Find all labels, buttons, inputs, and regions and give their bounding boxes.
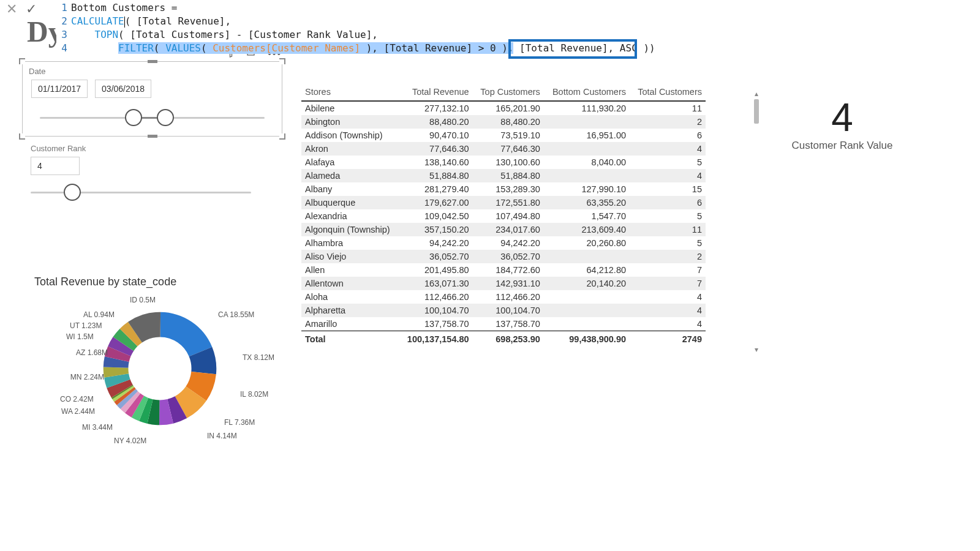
chart-label: WA 2.44M [61, 407, 95, 416]
table-row[interactable]: Allentown163,071.30142,931.1020,140.207 [301, 277, 706, 290]
chart-label: WI 1.5M [66, 332, 94, 341]
table-row[interactable]: Amarillo137,758.70137,758.704 [301, 317, 706, 331]
table-row[interactable]: Abilene277,132.10165,201.90111,930.2011 [301, 101, 706, 115]
table-row[interactable]: Aliso Viejo36,052.7036,052.702 [301, 250, 706, 263]
table-row[interactable]: Aloha112,466.20112,466.204 [301, 290, 706, 304]
col-total-revenue[interactable]: Total Revenue [399, 84, 473, 101]
line-gutter: 1 2 3 4 [56, 0, 67, 58]
stores-table-visual[interactable]: Stores Total Revenue Top Customers Botto… [301, 84, 755, 346]
card-value: 4 [772, 98, 913, 137]
chart-label: TX 8.12M [243, 353, 274, 362]
table-row[interactable]: Abington88,480.2088,480.202 [301, 115, 706, 129]
total-revenue: 100,137,154.80 [399, 331, 473, 347]
col-bottom-customers[interactable]: Bottom Customers [544, 84, 630, 101]
chart-label: NY 4.02M [114, 437, 146, 445]
col-total-customers[interactable]: Total Customers [630, 84, 706, 101]
slider-thumb-from[interactable] [125, 109, 142, 126]
scroll-up-icon[interactable]: ▴ [752, 89, 761, 98]
table-row[interactable]: Akron77,646.3077,646.304 [301, 142, 706, 156]
date-to-input[interactable]: 03/06/2018 [95, 80, 151, 98]
date-range-slider[interactable] [40, 109, 265, 127]
table-row[interactable]: Alhambra94,242.2094,242.2020,260.805 [301, 236, 706, 250]
date-slicer-title: Date [29, 67, 276, 76]
date-from-input[interactable]: 01/11/2017 [31, 80, 88, 98]
cancel-formula-icon[interactable]: ✕ [6, 2, 17, 16]
table-row[interactable]: Alameda51,884.8051,884.804 [301, 169, 706, 182]
formula-bar: Dy ✕ ✓ 1 2 3 4 Bottom Customers = CALCUL… [0, 0, 980, 58]
total-customers: 2749 [630, 331, 706, 347]
commit-formula-icon[interactable]: ✓ [26, 2, 37, 16]
table-row[interactable]: Alafaya138,140.60130,100.608,040.005 [301, 156, 706, 169]
col-stores[interactable]: Stores [301, 84, 399, 101]
rank-slider-thumb[interactable] [64, 184, 81, 201]
formula-editor[interactable]: Bottom Customers = CALCULATE( [Total Rev… [67, 0, 980, 58]
chart-label: FL 7.36M [224, 418, 255, 427]
date-slicer-visual[interactable]: ••• Date 01/11/2017 03/06/2018 [22, 61, 282, 137]
card-label: Customer Rank Value [772, 140, 913, 152]
table-row[interactable]: Albany281,279.40153,289.30127,990.1015 [301, 182, 706, 196]
revenue-by-state-chart[interactable]: Total Revenue by state_code [22, 276, 282, 476]
chart-label: IN 4.14M [207, 432, 237, 440]
rank-value-input[interactable]: 4 [31, 157, 80, 175]
total-bottom: 99,438,900.90 [544, 331, 630, 347]
table-row[interactable]: Addison (Township)90,470.1073,519.1016,9… [301, 129, 706, 142]
chart-label: CO 2.42M [60, 395, 94, 403]
chart-label: MI 3.44M [82, 423, 113, 432]
table-row[interactable]: Allen201,495.80184,772.6064,212.807 [301, 263, 706, 277]
rank-slicer-title: Customer Rank [31, 144, 282, 153]
table-row[interactable]: Albuquerque179,627.00172,551.8063,355.20… [301, 196, 706, 209]
total-top: 698,253.90 [473, 331, 544, 347]
scroll-thumb[interactable] [754, 99, 759, 124]
chart-label: AZ 1.68M [69, 348, 108, 357]
customer-rank-slicer[interactable]: Customer Rank 4 [22, 144, 282, 202]
stores-table: Stores Total Revenue Top Customers Botto… [301, 84, 706, 346]
table-row[interactable]: Alexandria109,042.50107,494.801,547.705 [301, 209, 706, 223]
donut-svg [102, 310, 218, 427]
table-scrollbar[interactable]: ▴ ▾ [752, 89, 761, 353]
chart-label: ID 0.5M [127, 296, 158, 304]
col-top-customers[interactable]: Top Customers [473, 84, 544, 101]
table-row[interactable]: Alpharetta100,104.70100,104.704 [301, 304, 706, 317]
chart-label: CA 18.55M [218, 310, 254, 319]
chart-label: MN 2.24M [65, 373, 104, 381]
chart-label: UT 1.23M [70, 321, 102, 330]
table-row[interactable]: Algonquin (Township)357,150.20234,017.60… [301, 223, 706, 236]
chart-label: IL 8.02M [240, 390, 268, 399]
chart-title: Total Revenue by state_code [34, 276, 282, 288]
slider-thumb-to[interactable] [157, 109, 174, 126]
rank-slider[interactable] [31, 184, 251, 202]
scroll-down-icon[interactable]: ▾ [752, 345, 761, 354]
chart-label: AL 0.94M [83, 310, 115, 319]
customer-rank-card[interactable]: 4 Customer Rank Value [772, 98, 913, 152]
total-label: Total [301, 331, 399, 347]
